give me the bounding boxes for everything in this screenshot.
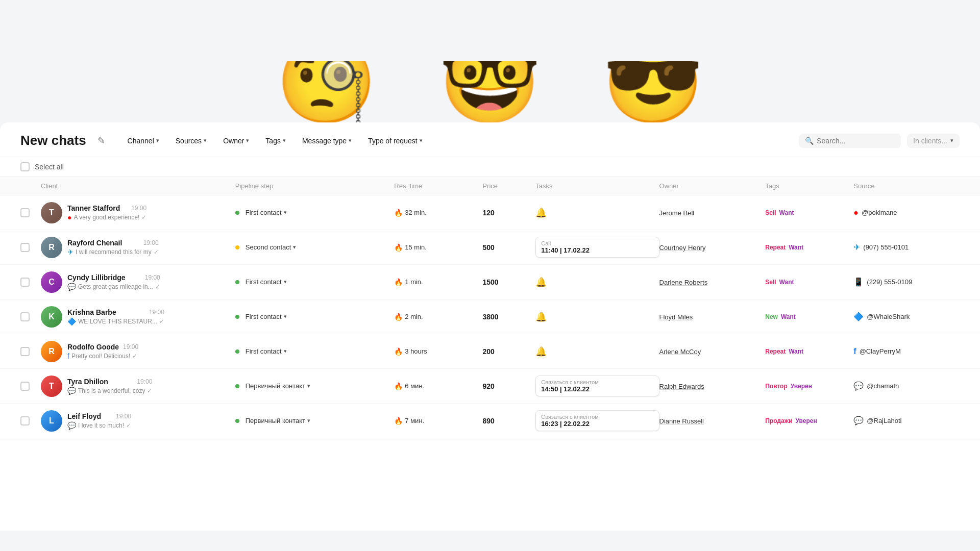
pipeline-step-select[interactable]: Первичный контакт ▾ — [242, 380, 313, 392]
owner-name[interactable]: Jerome Bell — [659, 209, 695, 217]
bell-icon[interactable]: 🔔 — [535, 208, 547, 218]
pipeline-step: Second contact ▾ — [235, 241, 395, 253]
client-info: Rodolfo Goode 19:00 f Pretty cool! Delic… — [67, 343, 138, 360]
task-card[interactable]: Связаться с клиентом 16:23 | 22.02.22 — [535, 410, 659, 431]
tag-label[interactable]: Уверен — [791, 383, 812, 390]
select-all-checkbox[interactable] — [20, 162, 30, 171]
tag-label[interactable]: Уверен — [796, 417, 817, 424]
source-icon: 💬 — [853, 416, 864, 425]
pipeline-step-label: First contact — [246, 347, 282, 355]
bell-icon[interactable]: 🔔 — [535, 277, 547, 287]
row-checkbox[interactable] — [20, 278, 30, 287]
pipeline-step: Первичный контакт ▾ — [235, 380, 395, 392]
pipeline-step-select[interactable]: First contact ▾ — [242, 345, 290, 357]
tag-label[interactable]: New — [765, 313, 778, 320]
filter-sources-button[interactable]: Sources ▾ — [170, 134, 212, 148]
filter-channel-label: Channel — [128, 137, 154, 145]
source-cell: ✈ (907) 555-0101 — [853, 242, 960, 252]
row-checkbox-col — [20, 312, 41, 321]
res-time: 🔥 2 min. — [394, 313, 482, 321]
clients-dropdown-label: In clients... — [913, 137, 947, 145]
task-card[interactable]: Связаться с клиентом 14:50 | 12.02.22 — [535, 375, 659, 396]
pipeline-step-select[interactable]: Первичный контакт ▾ — [242, 415, 313, 427]
tag-label[interactable]: Повтор — [765, 383, 788, 390]
tag-label[interactable]: Want — [779, 209, 794, 216]
search-icon: 🔍 — [805, 137, 814, 145]
tags-cell: New Want — [765, 313, 853, 320]
filter-type-of-request-button[interactable]: Type of request ▾ — [363, 134, 428, 148]
tag-label[interactable]: Want — [789, 244, 803, 251]
step-dot — [235, 211, 239, 215]
chevron-down-icon: ▾ — [283, 137, 286, 144]
client-info: Rayford Chenail 19:00 ✈ I will recommend… — [67, 239, 159, 256]
tag-label[interactable]: Want — [781, 313, 796, 320]
tags-cell: Repeat Want — [765, 348, 853, 355]
search-input[interactable] — [817, 137, 895, 145]
client-info: Tanner Stafford 19:00 ● A very good expe… — [67, 204, 146, 221]
col-client-header: Client — [41, 182, 235, 190]
client-name-row: Leif Floyd 19:00 — [67, 412, 131, 420]
price-value: 920 — [482, 382, 494, 390]
tag-label[interactable]: Sell — [765, 279, 776, 286]
tag-label[interactable]: Want — [779, 279, 794, 286]
table-row: T Tanner Stafford 19:00 ● A very good ex… — [0, 195, 980, 230]
source-value: ● @pokimane — [853, 208, 960, 217]
client-info: Tyra Dhillon 19:00 💬 This is a wonderful… — [67, 378, 152, 395]
row-checkbox[interactable] — [20, 312, 30, 321]
source-cell: 🔷 @WhaleShark — [853, 312, 960, 321]
clients-dropdown-button[interactable]: In clients... ▾ — [907, 134, 960, 148]
check-icon: ✓ — [141, 214, 146, 221]
client-name-row: Krishna Barbe 19:00 — [67, 308, 164, 316]
tag-label[interactable]: Sell — [765, 209, 776, 216]
client-cell: R Rayford Chenail 19:00 ✈ I will recomme… — [41, 237, 235, 258]
pipeline-step-select[interactable]: First contact ▾ — [242, 207, 290, 218]
owner-name[interactable]: Courtney Henry — [659, 244, 706, 252]
client-name: Krishna Barbe — [67, 308, 116, 316]
filter-channel-button[interactable]: Channel ▾ — [122, 134, 164, 148]
source-value: 🔷 @WhaleShark — [853, 312, 960, 321]
bell-icon[interactable]: 🔔 — [535, 346, 547, 357]
fire-icon: 🔥 — [394, 347, 403, 356]
owner-name[interactable]: Arlene McCoy — [659, 348, 701, 356]
edit-title-button[interactable]: ✎ — [94, 134, 108, 147]
filter-message-type-button[interactable]: Message type ▾ — [297, 134, 357, 148]
owner-name[interactable]: Ralph Edwards — [659, 383, 704, 390]
client-name-row: Rodolfo Goode 19:00 — [67, 343, 138, 351]
owner-name[interactable]: Floyd Miles — [659, 313, 693, 321]
fire-icon: 🔥 — [394, 278, 403, 286]
source-value: ✈ (907) 555-0101 — [853, 242, 960, 252]
owner-name[interactable]: Darlene Roberts — [659, 279, 708, 286]
client-info: Krishna Barbe 19:00 🔷 WE LOVE THIS RESTA… — [67, 308, 164, 325]
row-checkbox[interactable] — [20, 382, 30, 391]
pipeline-step-select[interactable]: Second contact ▾ — [242, 241, 300, 253]
filter-owner-button[interactable]: Owner ▾ — [218, 134, 254, 148]
res-time-cell: 🔥 15 min. — [394, 243, 482, 252]
tag-label[interactable]: Repeat — [765, 244, 786, 251]
filter-sources-label: Sources — [176, 137, 202, 145]
owner-name[interactable]: Dianne Russell — [659, 417, 704, 425]
chevron-down-icon: ▾ — [284, 279, 287, 285]
row-checkbox[interactable] — [20, 208, 30, 217]
client-cell: R Rodolfo Goode 19:00 f Pretty cool! Del… — [41, 341, 235, 362]
bell-icon[interactable]: 🔔 — [535, 312, 547, 322]
tag-label[interactable]: Want — [789, 348, 803, 355]
row-checkbox[interactable] — [20, 416, 30, 425]
pipeline-step-select[interactable]: First contact ▾ — [242, 276, 290, 288]
res-time-value: 15 min. — [405, 243, 427, 251]
page-title: New chats — [20, 133, 86, 148]
row-checkbox[interactable] — [20, 347, 30, 356]
price-value: 500 — [482, 243, 494, 252]
main-content: New chats ✎ Channel ▾ Sources ▾ Owner ▾ … — [0, 122, 980, 531]
source-cell: 📱 (229) 555-0109 — [853, 277, 960, 287]
task-card[interactable]: Call 11:40 | 17.02.22 — [535, 237, 659, 258]
table-row: R Rayford Chenail 19:00 ✈ I will recomme… — [0, 230, 980, 265]
source-cell: f @ClayPerryM — [853, 347, 960, 356]
source-icon: 📱 — [853, 277, 864, 287]
tag-label[interactable]: Продажи — [765, 417, 792, 424]
time-badge: 19:00 — [131, 205, 146, 212]
message-preview: I love it so much! — [78, 422, 124, 429]
row-checkbox[interactable] — [20, 243, 30, 252]
filter-tags-button[interactable]: Tags ▾ — [260, 134, 291, 148]
tag-label[interactable]: Repeat — [765, 348, 786, 355]
pipeline-step-select[interactable]: First contact ▾ — [242, 311, 290, 322]
